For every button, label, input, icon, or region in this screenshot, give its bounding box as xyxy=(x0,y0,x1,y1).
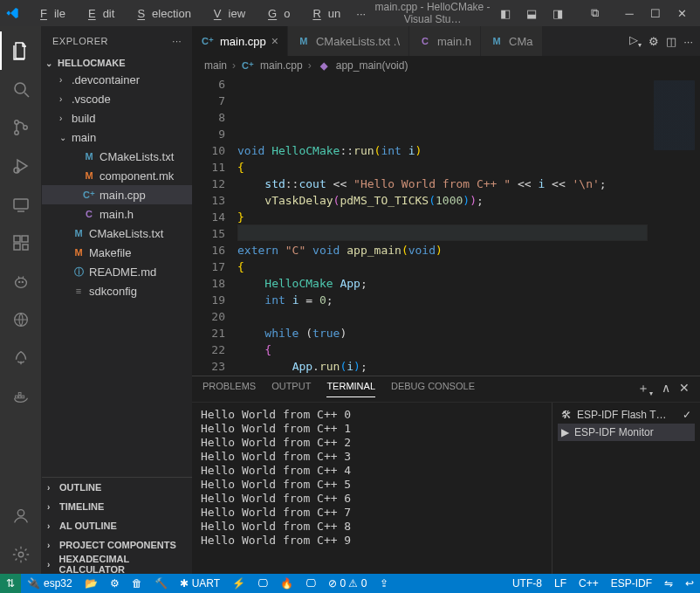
maximize-button[interactable]: ☐ xyxy=(642,3,669,24)
layout-right-icon[interactable]: ◨ xyxy=(545,3,571,24)
tree-item-main-cpp[interactable]: C⁺main.cpp xyxy=(42,185,192,204)
chevron-right-icon: › xyxy=(47,541,56,550)
file-tree: ›.devcontainer›.vscode›build⌄mainMCMakeL… xyxy=(42,70,192,477)
editor-body[interactable]: 6789101112131415161718192021222324 void … xyxy=(192,75,700,376)
tree-item-makefile[interactable]: MMakefile xyxy=(42,243,192,262)
more-icon[interactable]: ··· xyxy=(683,35,693,48)
remote-status[interactable]: ⇅ xyxy=(0,574,21,593)
terminal-entry[interactable]: 🛠ESP-IDF Flash T…✓ xyxy=(558,406,695,424)
sidebar-more-icon[interactable]: ··· xyxy=(172,36,182,46)
layout-bottom-icon[interactable]: ⬓ xyxy=(518,3,545,24)
status-item[interactable]: LF xyxy=(548,574,573,593)
workspace-header[interactable]: ⌄ HELLOCMAKE xyxy=(42,56,192,70)
close-tab-icon[interactable]: × xyxy=(271,34,278,48)
settings-activity-icon[interactable] xyxy=(0,535,42,574)
espressif-activity-icon[interactable] xyxy=(0,339,42,377)
panel-tab-debug-console[interactable]: DEBUG CONSOLE xyxy=(391,381,475,397)
status-item[interactable]: 🖵 xyxy=(299,574,322,593)
file-icon: M xyxy=(72,245,86,259)
breadcrumb-item[interactable]: app_main(void) xyxy=(336,59,408,72)
breadcrumb-item[interactable]: main xyxy=(204,59,227,72)
chevron-right-icon: › xyxy=(47,483,56,493)
remote-activity-icon[interactable] xyxy=(0,185,42,224)
status-item[interactable]: C++ xyxy=(573,574,605,593)
menu-file[interactable]: File xyxy=(26,3,72,24)
extensions-activity-icon[interactable] xyxy=(0,224,42,262)
tab-cmakelists-txt-[interactable]: MCMakeLists.txt .\ xyxy=(288,26,409,56)
breadcrumb[interactable]: main › C⁺ main.cpp › ◆ app_main(void) xyxy=(192,56,700,75)
status-item[interactable]: UTF-8 xyxy=(506,574,548,593)
split-icon[interactable]: ◫ xyxy=(666,35,676,48)
status-item[interactable]: ⚙ xyxy=(104,574,126,593)
gear-icon[interactable]: ⚙ xyxy=(649,35,659,48)
section-timeline[interactable]: ›TIMELINE xyxy=(42,497,192,516)
tree-item--vscode[interactable]: ›.vscode xyxy=(42,89,192,108)
panel-up-icon[interactable]: ∧ xyxy=(662,381,670,397)
status-item[interactable]: ESP-IDF xyxy=(605,574,658,593)
platformio-activity-icon[interactable] xyxy=(0,262,42,300)
tree-item-main-h[interactable]: Cmain.h xyxy=(42,204,192,224)
breadcrumb-item[interactable]: main.cpp xyxy=(260,59,303,72)
status-item[interactable]: ⇪ xyxy=(374,574,395,593)
panel-tab-terminal[interactable]: TERMINAL xyxy=(326,381,375,397)
tree-item-main[interactable]: ⌄main xyxy=(42,128,192,147)
minimap-thumb[interactable] xyxy=(654,80,695,150)
status-item[interactable]: 🖵 xyxy=(251,574,274,593)
layout-custom-icon[interactable]: ⧉ xyxy=(581,3,607,24)
tree-item-readme-md[interactable]: ⓘREADME.md xyxy=(42,262,192,281)
status-item[interactable]: ⇋ xyxy=(658,574,679,593)
status-icon: 🗑 xyxy=(132,577,142,590)
tree-item-cmakelists-txt[interactable]: MCMakeLists.txt xyxy=(42,224,192,243)
status-item[interactable]: ↩ xyxy=(679,574,700,593)
status-item[interactable]: ✱UART xyxy=(174,574,226,593)
code-area[interactable]: void HelloCMake::run(int i) { std::cout … xyxy=(237,75,648,376)
status-item[interactable]: ⊘ 0 ⚠ 0 xyxy=(322,574,373,593)
account-activity-icon[interactable] xyxy=(0,497,42,535)
run-icon[interactable]: ▷▾ xyxy=(629,33,642,49)
run-debug-activity-icon[interactable] xyxy=(0,147,42,185)
explorer-activity-icon[interactable] xyxy=(0,31,42,70)
section-project-components[interactable]: ›PROJECT COMPONENTS xyxy=(42,535,192,555)
tree-item-component-mk[interactable]: Mcomponent.mk xyxy=(42,166,192,185)
section-al-outline[interactable]: ›AL OUTLINE xyxy=(42,516,192,535)
status-item[interactable]: 📂 xyxy=(79,574,104,593)
section-outline[interactable]: ›OUTLINE xyxy=(42,478,192,497)
tab-main-h[interactable]: Cmain.h xyxy=(409,26,481,56)
search-activity-icon[interactable] xyxy=(0,70,42,108)
menu-edit[interactable]: Edit xyxy=(74,3,121,24)
menu-run[interactable]: Run xyxy=(299,3,347,24)
status-item[interactable]: 🗑 xyxy=(126,574,148,593)
panel-body: Hello World from C++ 0 Hello World from … xyxy=(192,403,700,574)
status-item[interactable]: 🔨 xyxy=(148,574,174,593)
svg-rect-10 xyxy=(14,244,20,250)
source-control-activity-icon[interactable] xyxy=(0,108,42,147)
section-hexadecimal-calculator[interactable]: ›HEXADECIMAL CALCULATOR xyxy=(42,555,192,574)
cloud-activity-icon[interactable] xyxy=(0,300,42,339)
status-item[interactable]: 🔥 xyxy=(274,574,299,593)
chevron-right-icon: › xyxy=(308,59,312,72)
panel-close-icon[interactable]: ✕ xyxy=(679,381,690,397)
panel-tab-problems[interactable]: PROBLEMS xyxy=(202,381,256,397)
minimap[interactable] xyxy=(648,75,700,376)
tab-cma[interactable]: MCMa xyxy=(481,26,542,56)
terminal-entry[interactable]: ▶ESP-IDF Monitor xyxy=(558,424,695,441)
tree-item-build[interactable]: ›build xyxy=(42,108,192,128)
menu-view[interactable]: View xyxy=(200,3,252,24)
tree-item-sdkconfig[interactable]: ≡sdkconfig xyxy=(42,281,192,300)
layout-left-icon[interactable]: ◧ xyxy=(492,3,518,24)
tree-item-cmakelists-txt[interactable]: MCMakeLists.txt xyxy=(42,147,192,166)
tab-main-cpp[interactable]: C⁺main.cpp× xyxy=(192,26,288,56)
terminal-output[interactable]: Hello World from C++ 0 Hello World from … xyxy=(192,403,552,574)
minimize-button[interactable]: ─ xyxy=(616,3,642,24)
status-icon: 🔥 xyxy=(280,577,293,590)
status-item[interactable]: ⚡ xyxy=(226,574,251,593)
tree-item--devcontainer[interactable]: ›.devcontainer xyxy=(42,70,192,89)
menu-go[interactable]: Go xyxy=(254,3,297,24)
docker-activity-icon[interactable] xyxy=(0,377,42,416)
panel-tab-output[interactable]: OUTPUT xyxy=(271,381,311,397)
new-terminal-icon[interactable]: ＋▾ xyxy=(637,381,653,397)
menu-···[interactable]: ··· xyxy=(349,3,373,24)
status-item[interactable]: 🔌esp32 xyxy=(21,574,79,593)
menu-selection[interactable]: Selection xyxy=(123,3,197,24)
close-window-button[interactable]: ✕ xyxy=(669,3,695,24)
